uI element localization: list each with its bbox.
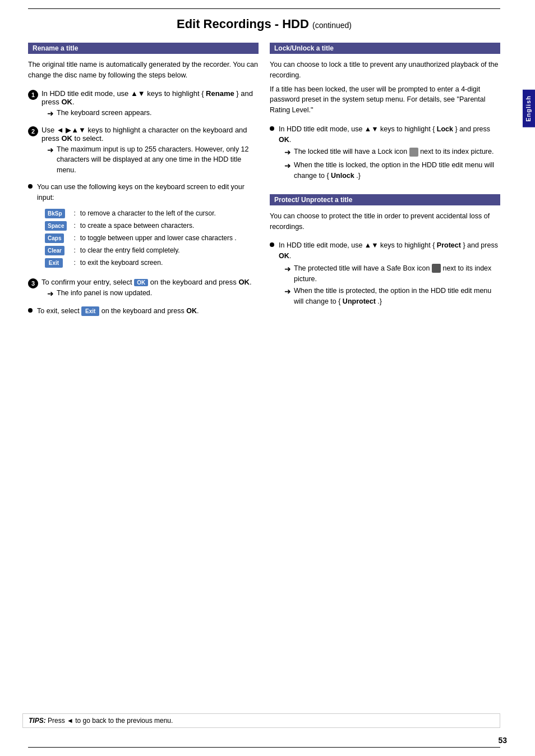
lock-arrow-2: ➜ When the title is locked, the option i… — [284, 160, 500, 181]
step-1-content: In HDD title edit mode, use ▲▼ keys to h… — [41, 89, 259, 121]
step-1-text: In HDD title edit mode, use ▲▼ keys to h… — [41, 89, 253, 106]
top-line — [28, 8, 500, 9]
exit-bullet: To exit, select Exit on the keyboard and… — [28, 306, 259, 317]
table-row: Clear : to clear the entry field complet… — [43, 244, 239, 256]
step-number-2: 2 — [28, 126, 38, 136]
space-key: Space — [45, 221, 67, 231]
protect-bullet: In HDD title edit mode, use ▲▼ keys to h… — [270, 240, 500, 309]
lock-bullet: In HDD title edit mode, use ▲▼ keys to h… — [270, 124, 500, 183]
bullet-dot-3 — [270, 126, 274, 131]
protect-arrow-text-1: The protected title will have a Safe Box… — [294, 263, 500, 285]
table-row: Caps : to toggle between upper and lower… — [43, 232, 239, 244]
step-2-text: Use ◄ ▶▲▼ keys to highlight a character … — [41, 126, 247, 143]
step-2-arrow: ➜ The maximum input is up to 255 charact… — [47, 144, 259, 176]
left-column: Rename a title The original title name i… — [28, 43, 259, 321]
protect-arrow-1: ➜ The protected title will have a Safe B… — [284, 263, 500, 285]
lock-section-header: Lock/Unlock a title — [270, 43, 500, 54]
bullet-dot-4 — [270, 242, 274, 247]
lock-arrow-text-1: The locked title will have a Lock icon n… — [294, 146, 494, 157]
step-number-1: 1 — [28, 90, 38, 100]
protect-arrow-2: ➜ When the title is protected, the optio… — [284, 286, 500, 307]
step-1: 1 In HDD title edit mode, use ▲▼ keys to… — [28, 89, 259, 121]
exit-key-inline: Exit — [81, 306, 99, 316]
step-2: 2 Use ◄ ▶▲▼ keys to highlight a characte… — [28, 126, 259, 177]
side-tab: English — [523, 90, 535, 127]
exit-key: Exit — [45, 258, 63, 268]
rename-intro: The original title name is automatically… — [28, 59, 259, 81]
step-3-text: To confirm your entry, select OK on the … — [41, 278, 252, 286]
tips-bar: TIPS: Press ◄ to go back to the previous… — [22, 713, 500, 728]
ok-key-inline: OK — [134, 279, 148, 286]
protect-arrow-text-2: When the title is protected, the option … — [294, 286, 500, 307]
lock-arrow-text-2: When the title is locked, the option in … — [294, 160, 500, 181]
right-column: Lock/Unlock a title You can choose to lo… — [270, 43, 500, 321]
keyboard-keys-bullet: You can use the following keys on the ke… — [28, 182, 259, 274]
keyboard-keys-content: You can use the following keys on the ke… — [37, 182, 259, 274]
page-container: English Edit Recordings - HDD (continued… — [0, 0, 535, 756]
page-number: 53 — [498, 736, 507, 745]
bullet-dot-2 — [28, 308, 33, 313]
protect-content: You can choose to protect the title in o… — [270, 211, 500, 232]
step-3: 3 To confirm your entry, select OK on th… — [28, 278, 259, 301]
exit-content: To exit, select Exit on the keyboard and… — [37, 306, 259, 317]
lock-content: You can choose to lock a title to preven… — [270, 59, 500, 116]
step-3-arrow: ➜ The info panel is now updated. — [47, 288, 259, 300]
lock-arrow-1: ➜ The locked title will have a Lock icon… — [284, 146, 500, 158]
protect-text: In HDD title edit mode, use ▲▼ keys to h… — [279, 241, 498, 260]
key-table: BkSp : to remove a character to the left… — [43, 207, 239, 269]
exit-text: To exit, select Exit on the keyboard and… — [37, 307, 199, 315]
rename-section-header: Rename a title — [28, 43, 259, 54]
step-3-content: To confirm your entry, select OK on the … — [41, 278, 259, 301]
bullet-dot — [28, 184, 33, 189]
caps-key: Caps — [45, 233, 64, 243]
step-2-content: Use ◄ ▶▲▼ keys to highlight a character … — [41, 126, 259, 177]
protect-bullet-content: In HDD title edit mode, use ▲▼ keys to h… — [279, 240, 500, 309]
step-number-3: 3 — [28, 278, 38, 288]
safebox-icon — [432, 264, 441, 273]
bottom-line — [28, 747, 500, 748]
lock-bullet-content: In HDD title edit mode, use ▲▼ keys to h… — [279, 124, 500, 183]
bksp-key: BkSp — [45, 209, 65, 218]
table-row: BkSp : to remove a character to the left… — [43, 207, 239, 219]
clear-key: Clear — [45, 246, 64, 255]
table-row: Space : to create a space between charac… — [43, 219, 239, 232]
two-column-layout: Rename a title The original title name i… — [28, 43, 513, 321]
tips-label: TIPS: — [29, 717, 46, 725]
lock-icon — [409, 148, 418, 157]
protect-section-header: Protect/ Unprotect a title — [270, 194, 500, 205]
tips-text: Press ◄ to go back to the previous menu. — [48, 717, 173, 725]
lock-text: In HDD title edit mode, use ▲▼ keys to h… — [279, 125, 490, 144]
step-1-arrow: ➜ The keyboard screen appears. — [47, 108, 259, 120]
page-title: Edit Recordings - HDD (continued) — [28, 17, 513, 31]
table-row: Exit : to exit the keyboard screen. — [43, 256, 239, 269]
